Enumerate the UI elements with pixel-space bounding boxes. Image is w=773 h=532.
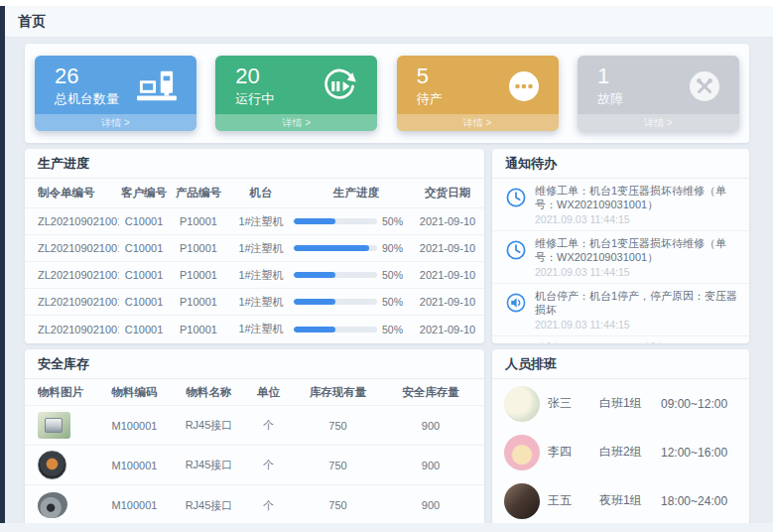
material-image-rj45	[38, 412, 70, 439]
progress-percent: 90%	[382, 242, 403, 254]
product-code: P10001	[169, 269, 228, 281]
machine-name: 1#注塑机	[228, 322, 294, 336]
order-number: ZL202109021001	[38, 242, 119, 254]
notification-text: 维修工单：机台1变压器损坏待维修（单号：WX202109031001）	[535, 236, 739, 264]
stat-card-total-machines[interactable]: 26 总机台数量 详情 >	[35, 56, 196, 131]
notification-item[interactable]: 维修工单：机台1变压器损坏待维修（单号：WX202109031001） 2021…	[492, 179, 749, 231]
material-image-cell	[38, 451, 97, 479]
material-image-cone-speaker	[38, 492, 70, 518]
ellipsis-icon	[507, 69, 541, 103]
material-unit: 个	[246, 418, 291, 433]
customer-code: C10001	[119, 242, 169, 254]
progress-cell: 90%	[294, 242, 419, 254]
progress-percent: 50%	[382, 269, 403, 281]
product-code: P10001	[169, 242, 228, 254]
material-code: M100001	[97, 499, 172, 511]
stat-card-fault[interactable]: 1 故障	[578, 56, 739, 131]
stat-card-body: 26 总机台数量	[35, 56, 196, 114]
stat-card-pending[interactable]: 5 待产 详情 >	[397, 56, 559, 131]
product-code: P10001	[169, 296, 228, 308]
window-bottom-strip	[0, 523, 773, 532]
stat-text: 5 待产	[417, 65, 443, 108]
safety-stock-qty: 900	[385, 420, 476, 432]
order-number: ZL202109021001	[38, 296, 119, 308]
notification-item[interactable]: 计划暂停：机台1生产计划已暂停 2021.09.03 11:44:15	[492, 336, 749, 343]
production-progress-panel: 生产进度 制令单编号 客户编号 产品编号 机台 生产进度 交货日期 ZL2021…	[25, 149, 484, 343]
panel-title: 人员排班	[492, 349, 749, 379]
stat-card-running[interactable]: 20 运行中 详情 >	[215, 56, 377, 131]
page-title: 首页	[0, 6, 46, 37]
notification-body: 机台停产：机台1停产，停产原因：变压器损坏 2021.09.03 11:44:1…	[535, 289, 739, 331]
machine-name: 1#注塑机	[228, 241, 294, 256]
customer-code: C10001	[119, 215, 169, 227]
notification-text: 计划暂停：机台1生产计划已暂停	[535, 341, 739, 343]
material-unit: 个	[246, 498, 291, 513]
column-header: 物料图片	[38, 385, 97, 400]
table-row: M100001 RJ45接口 个 750 900	[25, 446, 484, 485]
due-date: 2021-09-10	[419, 242, 476, 254]
order-number: ZL202109021001	[38, 324, 119, 335]
employee-name: 王五	[548, 492, 599, 509]
notification-item[interactable]: 机台停产：机台1停产，停产原因：变压器损坏 2021.09.03 11:44:1…	[492, 284, 749, 336]
machine-name: 1#注塑机	[228, 268, 294, 283]
detail-link[interactable]: 详情 >	[35, 114, 196, 131]
notification-item[interactable]: 维修工单：机台1变压器损坏待维修（单号：WX202109031001） 2021…	[492, 231, 749, 284]
table-row: ZL202109021001 C10001 P10001 1#注塑机 90% 2…	[25, 235, 484, 262]
stat-value: 5	[417, 65, 443, 88]
progress-bar	[294, 218, 377, 224]
avatar	[504, 386, 540, 422]
due-date: 2021-09-10	[419, 324, 476, 335]
progress-fill	[294, 245, 369, 251]
column-header: 库存现有量	[291, 385, 385, 400]
tools-icon	[688, 69, 721, 103]
stat-label: 总机台数量	[55, 90, 119, 108]
notification-time: 2021.09.03 11:44:15	[535, 266, 739, 278]
material-code: M100001	[97, 420, 172, 432]
progress-cell: 50%	[294, 215, 419, 227]
order-number: ZL202109021001	[38, 215, 119, 227]
stat-text: 20 运行中	[235, 65, 274, 108]
progress-cell: 50%	[294, 296, 419, 308]
stat-label: 待产	[417, 90, 443, 108]
notification-time: 2021.09.03 11:44:15	[535, 213, 739, 225]
detail-link[interactable]: 详情 >	[215, 114, 377, 131]
stat-text: 26 总机台数量	[55, 65, 119, 108]
product-code: P10001	[169, 215, 228, 227]
shift-group: 白班2组	[599, 444, 661, 461]
schedule-row: 张三 白班1组 09:00~12:00	[492, 379, 749, 428]
due-date: 2021-09-10	[419, 269, 476, 281]
stat-label: 运行中	[235, 90, 274, 108]
detail-link[interactable]: 详情 >	[397, 114, 559, 131]
speaker-icon	[505, 292, 527, 318]
progress-percent: 50%	[382, 324, 403, 335]
shift-group: 夜班1组	[599, 492, 661, 509]
sidebar-edge	[0, 6, 5, 523]
notifications-panel: 通知待办 维修工单：机台1变压器损坏待维修（单号：WX202109031001）…	[492, 149, 749, 343]
safety-stock-panel: 安全库存 物料图片 物料编码 物料名称 单位 库存现有量 安全库存量 M1000…	[25, 349, 484, 526]
notification-time: 2021.09.03 11:44:15	[535, 319, 739, 331]
panel-title: 通知待办	[492, 149, 749, 179]
notification-text: 维修工单：机台1变压器损坏待维修（单号：WX202109031001）	[535, 184, 739, 211]
machine-icon	[135, 68, 179, 104]
stat-text: 1 故障	[597, 65, 623, 108]
stat-label: 故障	[597, 90, 623, 108]
material-unit: 个	[246, 458, 291, 472]
dashboard-screen: 首页 26 总机台数量	[0, 0, 773, 532]
material-code: M100001	[97, 460, 172, 471]
progress-fill	[294, 218, 335, 224]
customer-code: C10001	[119, 324, 169, 335]
material-name: RJ45接口	[172, 418, 246, 433]
stat-value: 20	[235, 65, 274, 88]
material-name: RJ45接口	[172, 458, 246, 472]
material-name: RJ45接口	[172, 498, 246, 513]
column-header: 安全库存量	[385, 385, 476, 400]
rj45-metal-port	[45, 418, 63, 433]
progress-bar	[294, 245, 377, 251]
stat-value: 26	[55, 65, 119, 88]
table-row: ZL202109021001 C10001 P10001 1#注塑机 50% 2…	[25, 289, 484, 316]
detail-link[interactable]: 详情 >	[578, 114, 739, 131]
clock-icon	[505, 239, 527, 265]
avatar	[504, 483, 540, 519]
inventory-table-header: 物料图片 物料编码 物料名称 单位 库存现有量 安全库存量	[25, 379, 484, 406]
column-header: 产品编号	[169, 186, 228, 200]
